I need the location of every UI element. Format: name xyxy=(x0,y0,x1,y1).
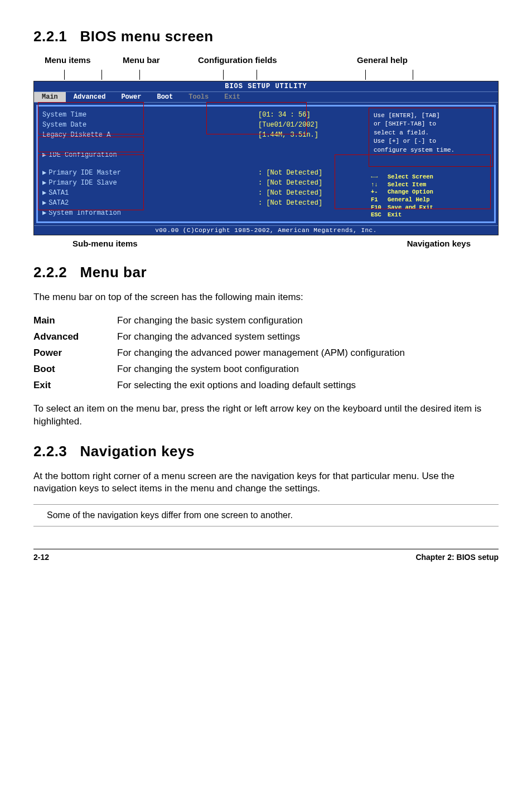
help-line: select a field. xyxy=(374,129,488,137)
navkeys-para: At the bottom right corner of a menu scr… xyxy=(33,470,499,496)
field-legacy-diskette[interactable]: Legacy Diskette A xyxy=(42,130,137,140)
section-num: 2.2.1 xyxy=(33,28,67,45)
value-legacy-diskette[interactable]: [1.44M, 3.5in.] xyxy=(258,130,318,140)
note-row: Some of the navigation keys differ from … xyxy=(33,504,499,526)
bios-tab-exit[interactable]: Exit xyxy=(216,92,248,102)
bios-center-panel: [01: 34 : 56] [Tue01/01/2002] [1.44M, 3.… xyxy=(256,105,367,223)
menu-key: Exit xyxy=(33,378,117,394)
nav-key: ESC xyxy=(371,211,388,219)
section-title: BIOS menu screen xyxy=(80,28,214,45)
field-sysinfo[interactable]: System Information xyxy=(49,208,121,218)
menubar-outro: To select an item on the menu bar, press… xyxy=(33,403,499,428)
help-line: Use [ENTER], [TAB] xyxy=(374,112,488,120)
value-system-time[interactable]: [01: 34 : 56] xyxy=(258,110,311,120)
value-system-date[interactable]: [Tue01/01/2002] xyxy=(258,120,318,130)
menu-desc: For changing the system boot configurati… xyxy=(117,361,405,378)
triangle-icon: ▶ xyxy=(42,208,46,218)
pointer-lines xyxy=(33,70,499,81)
triangle-icon: ▶ xyxy=(42,178,46,188)
bios-left-panel: System Time System Date Legacy Diskette … xyxy=(36,105,256,223)
field-primary-master[interactable]: Primary IDE Master xyxy=(49,168,121,178)
bios-tabs: Main Advanced Power Boot Tools Exit xyxy=(34,92,498,103)
label-config-fields: Configuration fields xyxy=(198,55,277,65)
section-heading-221: 2.2.1 BIOS menu screen xyxy=(33,28,499,45)
bios-right-panel: Use [ENTER], [TAB] or [SHIFT-TAB] to sel… xyxy=(367,105,496,223)
label-menu-items: Menu items xyxy=(45,55,91,65)
help-line: Use [+] or [-] to xyxy=(374,137,488,146)
bottom-labels-row: Sub-menu items Navigation keys xyxy=(33,239,499,248)
bios-tab-boot[interactable]: Boot xyxy=(149,92,181,102)
bios-tab-power[interactable]: Power xyxy=(113,92,149,102)
label-navigation-keys: Navigation keys xyxy=(407,239,471,248)
nav-key: F1 xyxy=(371,196,388,204)
nav-desc: Select Item xyxy=(388,181,426,189)
value-sata2: : [Not Detected] xyxy=(258,198,322,208)
bios-tab-main[interactable]: Main xyxy=(34,92,66,102)
bios-tab-advanced[interactable]: Advanced xyxy=(66,92,114,102)
field-system-time[interactable]: System Time xyxy=(42,110,137,120)
menu-desc: For changing the basic system configurat… xyxy=(117,313,405,329)
section-num: 2.2.3 xyxy=(33,443,67,460)
nav-desc: Select Screen xyxy=(388,173,433,181)
section-heading-222: 2.2.2 Menu bar xyxy=(33,264,499,281)
field-ide-config[interactable]: IDE Configuration xyxy=(49,150,117,160)
chapter-title: Chapter 2: BIOS setup xyxy=(415,553,499,562)
bios-footer: v00.00 (C)Copyright 1985-2002, American … xyxy=(34,225,498,235)
nav-desc: General Help xyxy=(388,196,430,204)
field-sata2[interactable]: SATA2 xyxy=(49,198,69,208)
bios-screenshot: BIOS SETUP UTILITY Main Advanced Power B… xyxy=(33,81,499,235)
menu-key: Advanced xyxy=(33,329,117,345)
bios-help-panel: Use [ENTER], [TAB] or [SHIFT-TAB] to sel… xyxy=(369,108,493,167)
page-number: 2-12 xyxy=(33,553,49,562)
nav-key: ←→ xyxy=(371,173,388,181)
page-footer: 2-12 Chapter 2: BIOS setup xyxy=(33,549,499,562)
value-sata1: : [Not Detected] xyxy=(258,188,322,198)
menu-key: Boot xyxy=(33,361,117,378)
menubar-table: MainFor changing the basic system config… xyxy=(33,313,405,394)
help-line: or [SHIFT-TAB] to xyxy=(374,120,488,128)
triangle-icon: ▶ xyxy=(42,150,46,160)
triangle-icon: ▶ xyxy=(42,198,46,208)
nav-desc: Change Option xyxy=(388,189,433,196)
triangle-icon: ▶ xyxy=(42,168,46,178)
nav-key: F10 xyxy=(371,204,388,212)
value-primary-master: : [Not Detected] xyxy=(258,168,322,178)
nav-key: +- xyxy=(371,189,388,196)
value-primary-slave: : [Not Detected] xyxy=(258,178,322,188)
menu-desc: For changing the advanced power manageme… xyxy=(117,345,405,361)
note-text: Some of the navigation keys differ from … xyxy=(47,510,293,520)
bios-tab-tools[interactable]: Tools xyxy=(181,92,216,102)
menu-key: Power xyxy=(33,345,117,361)
nav-desc: Save and Exit xyxy=(388,204,433,212)
label-menu-bar: Menu bar xyxy=(123,55,160,65)
section-title: Navigation keys xyxy=(80,443,195,460)
menu-desc: For selecting the exit options and loadi… xyxy=(117,378,405,394)
field-system-date[interactable]: System Date xyxy=(42,120,137,130)
bios-nav-panel: ←→Select Screen ↑↓Select Item +-Change O… xyxy=(367,171,494,221)
field-sata1[interactable]: SATA1 xyxy=(49,188,69,198)
menu-key: Main xyxy=(33,313,117,329)
section-title: Menu bar xyxy=(80,264,147,281)
menu-desc: For changing the advanced system setting… xyxy=(117,329,405,345)
field-primary-slave[interactable]: Primary IDE Slave xyxy=(49,178,117,188)
triangle-icon: ▶ xyxy=(42,188,46,198)
label-submenu-items: Sub-menu items xyxy=(72,239,138,248)
bios-title: BIOS SETUP UTILITY xyxy=(34,81,498,92)
nav-desc: Exit xyxy=(388,211,402,219)
label-general-help: General help xyxy=(357,55,408,65)
section-heading-223: 2.2.3 Navigation keys xyxy=(33,443,499,460)
top-labels-row: Menu items Menu bar Configuration fields… xyxy=(33,55,499,67)
menubar-intro: The menu bar on top of the screen has th… xyxy=(33,291,499,304)
help-line: configure system time. xyxy=(374,146,488,154)
section-num: 2.2.2 xyxy=(33,264,67,281)
nav-key: ↑↓ xyxy=(371,181,388,189)
